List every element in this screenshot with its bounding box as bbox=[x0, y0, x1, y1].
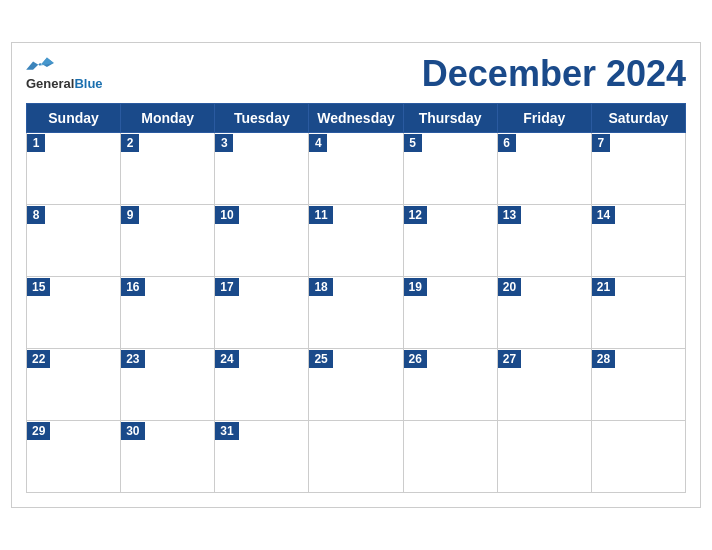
day-cell: 15 bbox=[27, 277, 121, 349]
header-friday: Friday bbox=[497, 104, 591, 133]
day-cell: 7 bbox=[591, 133, 685, 205]
day-cell bbox=[497, 421, 591, 493]
day-number: 31 bbox=[215, 422, 238, 440]
day-number: 2 bbox=[121, 134, 139, 152]
day-number: 23 bbox=[121, 350, 144, 368]
day-number: 30 bbox=[121, 422, 144, 440]
day-number: 24 bbox=[215, 350, 238, 368]
day-number: 4 bbox=[309, 134, 327, 152]
day-cell: 14 bbox=[591, 205, 685, 277]
day-cell: 12 bbox=[403, 205, 497, 277]
day-number: 19 bbox=[404, 278, 427, 296]
header-saturday: Saturday bbox=[591, 104, 685, 133]
day-cell: 27 bbox=[497, 349, 591, 421]
day-cell: 30 bbox=[121, 421, 215, 493]
calendar-table: Sunday Monday Tuesday Wednesday Thursday… bbox=[26, 103, 686, 493]
day-cell: 6 bbox=[497, 133, 591, 205]
day-number: 25 bbox=[309, 350, 332, 368]
day-number: 18 bbox=[309, 278, 332, 296]
day-number: 10 bbox=[215, 206, 238, 224]
day-number: 21 bbox=[592, 278, 615, 296]
day-cell: 18 bbox=[309, 277, 403, 349]
day-cell: 2 bbox=[121, 133, 215, 205]
day-number: 6 bbox=[498, 134, 516, 152]
day-number: 14 bbox=[592, 206, 615, 224]
day-cell bbox=[403, 421, 497, 493]
day-number: 26 bbox=[404, 350, 427, 368]
header-wednesday: Wednesday bbox=[309, 104, 403, 133]
day-number: 7 bbox=[592, 134, 610, 152]
day-cell bbox=[591, 421, 685, 493]
week-row-4: 22232425262728 bbox=[27, 349, 686, 421]
day-cell: 4 bbox=[309, 133, 403, 205]
day-cell: 31 bbox=[215, 421, 309, 493]
week-row-3: 15161718192021 bbox=[27, 277, 686, 349]
day-cell: 8 bbox=[27, 205, 121, 277]
logo-icon bbox=[26, 56, 54, 74]
day-number: 8 bbox=[27, 206, 45, 224]
days-header-row: Sunday Monday Tuesday Wednesday Thursday… bbox=[27, 104, 686, 133]
calendar-header: GeneralBlue December 2024 bbox=[26, 53, 686, 95]
day-number: 20 bbox=[498, 278, 521, 296]
day-number: 15 bbox=[27, 278, 50, 296]
day-number: 1 bbox=[27, 134, 45, 152]
day-number: 27 bbox=[498, 350, 521, 368]
day-number: 11 bbox=[309, 206, 332, 224]
header-thursday: Thursday bbox=[403, 104, 497, 133]
day-number: 12 bbox=[404, 206, 427, 224]
day-cell: 3 bbox=[215, 133, 309, 205]
day-number: 17 bbox=[215, 278, 238, 296]
day-number: 3 bbox=[215, 134, 233, 152]
week-row-1: 1234567 bbox=[27, 133, 686, 205]
day-cell: 28 bbox=[591, 349, 685, 421]
day-cell: 1 bbox=[27, 133, 121, 205]
header-monday: Monday bbox=[121, 104, 215, 133]
day-cell: 21 bbox=[591, 277, 685, 349]
day-number: 29 bbox=[27, 422, 50, 440]
day-number: 5 bbox=[404, 134, 422, 152]
day-cell: 23 bbox=[121, 349, 215, 421]
header-tuesday: Tuesday bbox=[215, 104, 309, 133]
day-cell: 29 bbox=[27, 421, 121, 493]
day-cell bbox=[309, 421, 403, 493]
day-cell: 22 bbox=[27, 349, 121, 421]
logo-area: GeneralBlue bbox=[26, 56, 103, 92]
header-sunday: Sunday bbox=[27, 104, 121, 133]
day-number: 13 bbox=[498, 206, 521, 224]
day-number: 22 bbox=[27, 350, 50, 368]
calendar-container: GeneralBlue December 2024 Sunday Monday … bbox=[11, 42, 701, 508]
day-number: 28 bbox=[592, 350, 615, 368]
week-row-5: 293031 bbox=[27, 421, 686, 493]
day-cell: 17 bbox=[215, 277, 309, 349]
day-cell: 25 bbox=[309, 349, 403, 421]
day-cell: 5 bbox=[403, 133, 497, 205]
day-number: 16 bbox=[121, 278, 144, 296]
calendar-body: 1234567891011121314151617181920212223242… bbox=[27, 133, 686, 493]
day-cell: 10 bbox=[215, 205, 309, 277]
day-cell: 19 bbox=[403, 277, 497, 349]
logo-text: GeneralBlue bbox=[26, 74, 103, 92]
day-cell: 16 bbox=[121, 277, 215, 349]
day-cell: 26 bbox=[403, 349, 497, 421]
month-title: December 2024 bbox=[422, 53, 686, 95]
day-cell: 13 bbox=[497, 205, 591, 277]
day-number: 9 bbox=[121, 206, 139, 224]
day-cell: 9 bbox=[121, 205, 215, 277]
day-cell: 11 bbox=[309, 205, 403, 277]
day-cell: 24 bbox=[215, 349, 309, 421]
week-row-2: 891011121314 bbox=[27, 205, 686, 277]
day-cell: 20 bbox=[497, 277, 591, 349]
